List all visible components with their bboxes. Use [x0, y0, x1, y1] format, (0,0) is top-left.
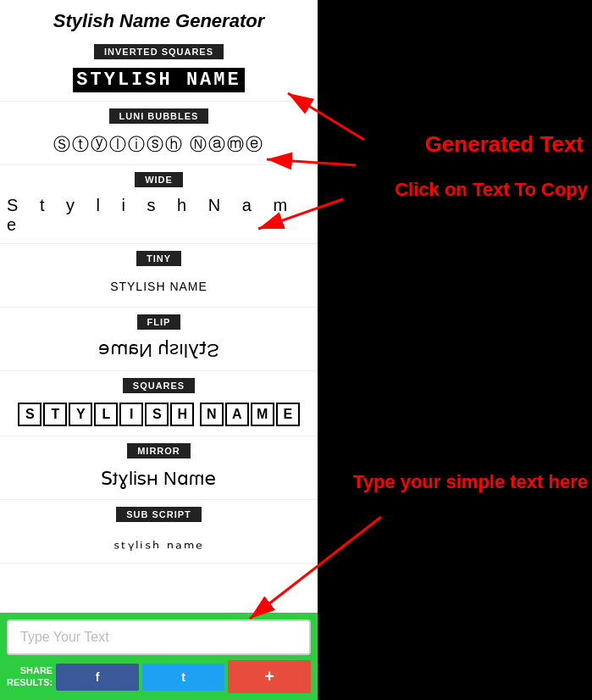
char-I: I — [119, 403, 143, 426]
style-label-squares: SQUARES — [123, 378, 195, 393]
style-label-luni-bubbles: LUNI BUBBLES — [109, 108, 209, 124]
generated-text-inverted-squares: STYLISH NAME — [73, 68, 244, 92]
style-section-inverted-squares: INVERTED SQUARES STYLISH NAME — [0, 37, 318, 102]
style-label-wide: WIDE — [135, 172, 183, 187]
share-plus-button[interactable]: + — [228, 660, 311, 693]
style-label-flip: FLIP — [137, 314, 181, 330]
style-label-mirror: MIRROR — [127, 443, 191, 458]
generated-text-subscript: ₛₜᵧₗᵢₛₕ ₙₐₘₑ — [113, 532, 205, 553]
style-section-subscript: SUB SCRIPT ₛₜᵧₗᵢₛₕ ₙₐₘₑ — [0, 500, 318, 564]
generated-text-squares: STYLISH NAME — [17, 402, 300, 427]
char-Y: Y — [69, 403, 92, 426]
style-section-flip: FLIP ǝɯɐN ɥsılʎʇS — [0, 308, 318, 371]
style-label-row-flip: FLIP — [0, 308, 318, 333]
share-row: SHARE RESULTS: f t + — [7, 660, 311, 693]
share-label-line1: SHARE — [20, 665, 53, 675]
style-text-mirror[interactable]: ɘmɒИ ʜƨilɣtƧ — [0, 462, 318, 499]
char-T: T — [43, 403, 67, 426]
app-container: Stylish Name Generator INVERTED SQUARES … — [0, 0, 318, 700]
style-section-wide: WIDE S t y l i s h N a m e — [0, 165, 318, 244]
style-label-inverted-squares: INVERTED SQUARES — [94, 44, 224, 59]
char-E: E — [276, 403, 300, 426]
annotation-generated-text: Generated Text — [425, 131, 584, 158]
content-scroll[interactable]: INVERTED SQUARES STYLISH NAME LUNI BUBBL… — [0, 37, 318, 613]
annotation-type-text: Type your simple text here — [353, 470, 588, 495]
style-label-subscript: SUB SCRIPT — [116, 507, 202, 522]
char-N: N — [200, 403, 224, 426]
generated-text-tiny: STYLISH NAME — [110, 280, 207, 293]
generated-text-wide: S t y l i s h N a m e — [7, 196, 311, 235]
char-S2: S — [145, 403, 169, 426]
text-input[interactable] — [7, 619, 311, 655]
style-text-wide[interactable]: S t y l i s h N a m e — [0, 191, 318, 243]
style-section-mirror: MIRROR ɘmɒИ ʜƨilɣtƧ — [0, 436, 318, 500]
char-L: L — [94, 403, 118, 426]
style-label-tiny: TINY — [136, 251, 181, 266]
style-label-row: INVERTED SQUARES — [0, 37, 318, 63]
char-A: A — [225, 403, 249, 426]
style-section-tiny: TINY STYLISH NAME — [0, 244, 318, 308]
app-title: Stylish Name Generator — [0, 0, 318, 37]
style-text-subscript[interactable]: ₛₜᵧₗᵢₛₕ ₙₐₘₑ — [0, 525, 318, 563]
style-label-row-luni: LUNI BUBBLES — [0, 102, 318, 127]
share-label-line2: RESULTS: — [7, 677, 53, 687]
style-label-row-subscript: SUB SCRIPT — [0, 500, 318, 525]
share-facebook-button[interactable]: f — [56, 664, 139, 691]
share-label: SHARE RESULTS: — [7, 665, 53, 687]
annotation-click-text: Click on Text To Copy — [395, 178, 588, 203]
share-twitter-button[interactable]: t — [142, 664, 225, 691]
style-section-luni-bubbles: LUNI BUBBLES Ⓢⓣⓨⓛⓘⓢⓗ Ⓝⓐⓜⓔ — [0, 102, 318, 165]
generated-text-mirror: ɘmɒИ ʜƨilɣtƧ — [101, 468, 216, 490]
generated-text-flip: ǝɯɐN ɥsılʎʇS — [98, 339, 219, 361]
style-label-row-mirror: MIRROR — [0, 436, 318, 462]
facebook-icon: f — [96, 670, 100, 684]
style-label-row-wide: WIDE — [0, 165, 318, 191]
style-label-row-squares: SQUARES — [0, 371, 318, 397]
style-text-flip[interactable]: ǝɯɐN ɥsılʎʇS — [0, 333, 318, 370]
generated-text-luni-bubbles: Ⓢⓣⓨⓛⓘⓢⓗ Ⓝⓐⓜⓔ — [53, 133, 265, 156]
bottom-bar: SHARE RESULTS: f t + — [0, 613, 318, 700]
style-text-tiny[interactable]: STYLISH NAME — [0, 269, 318, 307]
style-section-squares: SQUARES STYLISH NAME — [0, 371, 318, 436]
style-text-luni-bubbles[interactable]: Ⓢⓣⓨⓛⓘⓢⓗ Ⓝⓐⓜⓔ — [0, 127, 318, 164]
char-M: M — [251, 403, 274, 426]
bottom-spacer — [0, 564, 318, 581]
plus-icon: + — [264, 667, 274, 686]
style-text-squares[interactable]: STYLISH NAME — [0, 397, 318, 436]
char-H: H — [170, 403, 194, 426]
twitter-icon: t — [181, 670, 185, 684]
style-label-row-tiny: TINY — [0, 244, 318, 269]
annotations-overlay: Generated Text Click on Text To Copy Typ… — [318, 0, 592, 700]
style-text-inverted-squares[interactable]: STYLISH NAME — [0, 63, 318, 101]
char-S: S — [18, 403, 41, 426]
